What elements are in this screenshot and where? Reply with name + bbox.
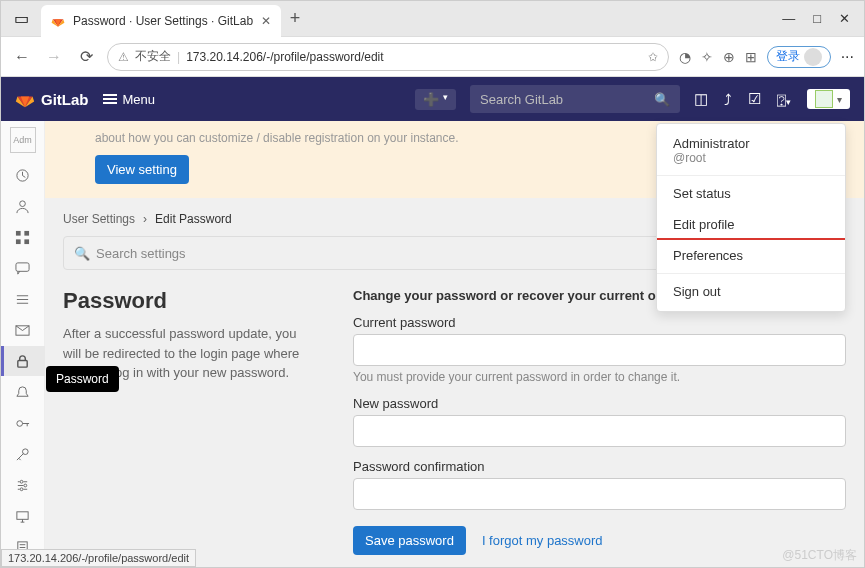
sidebar-item-preferences[interactable]: [1, 470, 45, 500]
sidebar-item-applications[interactable]: [1, 222, 45, 252]
search-settings-placeholder: Search settings: [96, 246, 186, 261]
new-tab-button[interactable]: +: [281, 8, 309, 29]
gitlab-topbar: GitLab Menu ➕▾ Search GitLab 🔍 ◫ ⤴ ☑ ⍰▾ …: [1, 77, 864, 121]
back-button[interactable]: ←: [11, 48, 33, 66]
window-minimize-button[interactable]: —: [782, 11, 795, 26]
gitlab-favicon-icon: [51, 14, 65, 28]
sidebar-item-account[interactable]: [1, 191, 45, 221]
svg-rect-2: [16, 230, 21, 235]
browser-menu-button[interactable]: ···: [841, 48, 854, 66]
chevron-down-icon: ▾: [837, 94, 842, 105]
sidebar-item-gpg-keys[interactable]: [1, 439, 45, 469]
window-maximize-button[interactable]: □: [813, 11, 821, 26]
url-text: 173.20.14.206/-/profile/password/edit: [186, 50, 383, 64]
dropdown-user-name: Administrator: [673, 136, 829, 151]
window-list-icon[interactable]: ▭: [1, 9, 41, 28]
sidebar-item-password[interactable]: [1, 346, 45, 376]
user-avatar-icon: [815, 90, 833, 108]
confirm-password-label: Password confirmation: [353, 459, 846, 474]
chevron-down-icon: ▾: [443, 92, 448, 107]
create-new-button[interactable]: ➕▾: [415, 89, 456, 110]
search-icon: 🔍: [74, 246, 90, 261]
sidebar-item-ssh-keys[interactable]: [1, 408, 45, 438]
svg-point-9: [17, 420, 23, 426]
url-field[interactable]: ⚠ 不安全 | 173.20.14.206/-/profile/password…: [107, 43, 669, 71]
sidebar-item-access-tokens[interactable]: [1, 284, 45, 314]
left-sidebar: Adm: [1, 121, 45, 567]
svg-rect-4: [16, 239, 21, 244]
svg-rect-5: [24, 239, 29, 244]
tab-title: Password · User Settings · GitLab: [73, 14, 253, 28]
svg-point-11: [20, 480, 23, 483]
current-password-hint: You must provide your current password i…: [353, 370, 846, 384]
svg-rect-14: [17, 511, 28, 519]
sidebar-item-active-sessions[interactable]: [1, 501, 45, 531]
favorite-icon[interactable]: ✩: [648, 50, 658, 64]
sidebar-avatar[interactable]: Adm: [10, 127, 36, 153]
view-setting-button[interactable]: View setting: [95, 155, 189, 184]
svg-rect-8: [18, 360, 27, 367]
merge-requests-icon[interactable]: ⤴: [724, 91, 732, 108]
sidebar-item-notifications[interactable]: [1, 377, 45, 407]
menu-button[interactable]: Menu: [103, 92, 156, 107]
breadcrumb-root[interactable]: User Settings: [63, 212, 135, 226]
breadcrumb-separator: ›: [143, 212, 147, 226]
address-bar: ← → ⟳ ⚠ 不安全 | 173.20.14.206/-/profile/pa…: [1, 37, 864, 77]
gitlab-search-input[interactable]: Search GitLab 🔍: [470, 85, 680, 113]
search-placeholder: Search GitLab: [480, 92, 563, 107]
watermark: @51CTO博客: [782, 547, 857, 564]
current-password-label: Current password: [353, 315, 846, 330]
search-icon: 🔍: [654, 92, 670, 107]
insecure-label: 不安全: [135, 48, 171, 65]
todos-icon[interactable]: ☑: [748, 90, 761, 108]
user-menu-button[interactable]: ▾: [807, 89, 850, 109]
current-password-input[interactable]: [353, 334, 846, 366]
svg-rect-6: [16, 262, 29, 270]
gitlab-logo-icon: [15, 89, 35, 109]
dropdown-preferences[interactable]: Preferences: [657, 240, 845, 271]
breadcrumb-current: Edit Password: [155, 212, 232, 226]
confirm-password-input[interactable]: [353, 478, 846, 510]
save-password-button[interactable]: Save password: [353, 526, 466, 555]
refresh-button[interactable]: ⟳: [75, 47, 97, 66]
sidebar-item-activity[interactable]: [1, 160, 45, 190]
ext-icon-1[interactable]: ◔: [679, 49, 691, 65]
dropdown-set-status[interactable]: Set status: [657, 178, 845, 209]
issues-icon[interactable]: ◫: [694, 90, 708, 108]
sidebar-item-chat[interactable]: [1, 253, 45, 283]
svg-point-1: [20, 200, 26, 206]
window-close-button[interactable]: ✕: [839, 11, 850, 26]
dropdown-edit-profile[interactable]: Edit profile: [657, 209, 845, 240]
sidebar-item-emails[interactable]: [1, 315, 45, 345]
dropdown-sign-out[interactable]: Sign out: [657, 276, 845, 307]
plus-icon: ➕: [423, 92, 439, 107]
ext-icon-2[interactable]: ⊕: [723, 49, 735, 65]
hamburger-icon: [103, 92, 117, 106]
help-icon[interactable]: ⍰▾: [777, 91, 791, 108]
svg-point-12: [24, 484, 27, 487]
collections-icon[interactable]: ⊞: [745, 49, 757, 65]
sidebar-tooltip: Password: [46, 366, 119, 392]
gitlab-brand[interactable]: GitLab: [15, 89, 89, 109]
browser-login-button[interactable]: 登录: [767, 46, 831, 68]
forward-button[interactable]: →: [43, 48, 65, 66]
insecure-icon: ⚠: [118, 50, 129, 64]
browser-tab-bar: ▭ Password · User Settings · GitLab ✕ + …: [1, 1, 864, 37]
new-password-input[interactable]: [353, 415, 846, 447]
new-password-label: New password: [353, 396, 846, 411]
close-tab-icon[interactable]: ✕: [261, 14, 271, 28]
avatar-icon: [804, 48, 822, 66]
svg-rect-3: [24, 230, 29, 235]
user-dropdown-menu: Administrator @root Set status Edit prof…: [656, 123, 846, 312]
dropdown-user-handle: @root: [673, 151, 829, 165]
browser-status-bar: 173.20.14.206/-/profile/password/edit: [1, 549, 196, 567]
forgot-password-link[interactable]: I forgot my password: [482, 533, 603, 548]
svg-point-13: [20, 487, 23, 490]
extensions-icon[interactable]: ✧: [701, 49, 713, 65]
page-title: Password: [63, 288, 313, 314]
browser-tab[interactable]: Password · User Settings · GitLab ✕: [41, 5, 281, 37]
